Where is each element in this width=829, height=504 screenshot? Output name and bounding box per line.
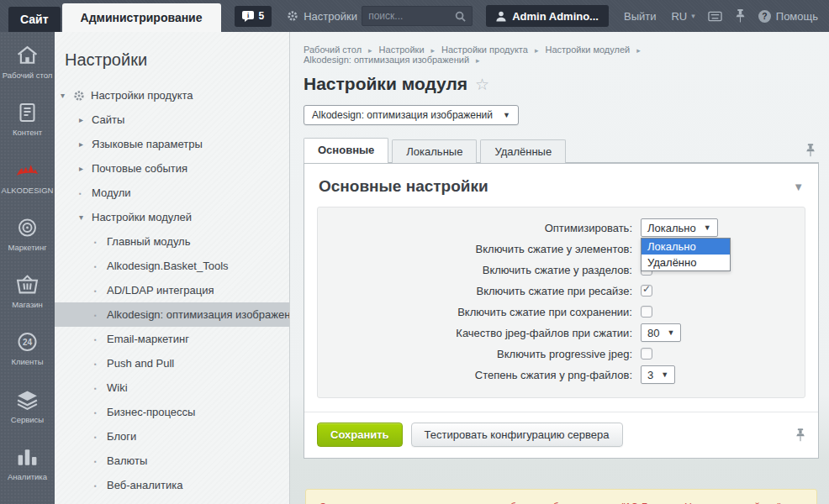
tree-marker-icon[interactable] xyxy=(79,139,92,149)
rail-item[interactable]: ALKODESIGN xyxy=(0,160,55,218)
field-select[interactable]: 80 ▼ xyxy=(641,323,681,342)
breadcrumb-link[interactable]: Рабочий стол xyxy=(304,45,379,55)
rail-item-label: Рабочий стол xyxy=(3,71,53,80)
tab-administration[interactable]: Администрирование xyxy=(62,3,221,32)
field-label: Степень сжатия у png-файлов: xyxy=(330,369,641,381)
tree-item[interactable]: AD/LDAP интеграция xyxy=(55,278,289,302)
save-button[interactable]: Сохранить xyxy=(317,423,403,447)
rail-item[interactable]: Магазин xyxy=(0,275,55,332)
test-server-config-button[interactable]: Тестировать конфигурацию сервера xyxy=(411,423,623,447)
rail-item[interactable]: Маркетинг xyxy=(0,218,55,275)
tab[interactable]: Локальные xyxy=(392,139,477,163)
svg-text:?: ? xyxy=(762,12,767,21)
language-selector[interactable]: RU ▾ xyxy=(671,10,694,23)
tree-marker-icon[interactable] xyxy=(79,213,92,222)
left-icon-rail: Рабочий стол Контент ALKODESIGN Маркетин… xyxy=(0,32,55,504)
rail-item[interactable]: Рабочий стол xyxy=(0,45,55,102)
tabs-pin-button[interactable] xyxy=(805,144,816,157)
breadcrumb-link[interactable]: Настройки модулей xyxy=(545,45,647,55)
language-label: RU xyxy=(671,10,687,23)
tree-item-label: Сайты xyxy=(92,113,124,126)
tree-marker-icon[interactable] xyxy=(94,384,107,392)
tree-item[interactable]: Настройки модулей xyxy=(55,205,289,229)
tree-marker-icon[interactable] xyxy=(94,433,107,441)
tree-item[interactable]: Веб-аналитика xyxy=(55,473,289,497)
field-select-value: 3 xyxy=(647,369,653,381)
form-row: Оптимизировать: Локально ▼ xyxy=(330,218,793,238)
collapse-section-icon[interactable]: ▼ xyxy=(793,181,804,193)
tree-item[interactable]: Email-маркетинг xyxy=(55,327,289,351)
field-label: Оптимизировать: xyxy=(330,222,641,234)
breadcrumb-link[interactable]: Alkodesign: оптимизация изображений xyxy=(304,55,487,65)
pin-icon xyxy=(735,9,746,23)
topbar-settings-button[interactable]: Настройки xyxy=(287,10,357,23)
tree-item[interactable]: Alkodesign: оптимизация изображений xyxy=(55,302,289,327)
tree-item[interactable]: Языковые параметры xyxy=(55,132,289,156)
tree-marker-icon[interactable] xyxy=(94,262,107,270)
tree-item[interactable]: Сайты xyxy=(55,108,289,132)
tree-item[interactable]: Alkodesign.Basket_Tools xyxy=(55,254,289,278)
rail-item-icon xyxy=(16,390,39,410)
dropdown-option[interactable]: Удалённо xyxy=(642,255,730,270)
tab-site[interactable]: Сайт xyxy=(8,7,61,32)
tree-item[interactable]: Почтовые события xyxy=(55,156,289,181)
help-icon: ? xyxy=(758,10,771,23)
tree-item[interactable]: Главный модуль xyxy=(55,229,289,254)
tree-marker-icon[interactable] xyxy=(94,408,107,417)
tree-item-label: AD/LDAP интеграция xyxy=(107,284,214,297)
dropdown-option[interactable]: Локально xyxy=(642,239,730,255)
breadcrumb-link[interactable]: Настройки продукта xyxy=(441,45,545,55)
tab[interactable]: Удалённые xyxy=(480,139,566,163)
tree-marker-icon[interactable] xyxy=(94,286,107,295)
help-button[interactable]: ? Помощь xyxy=(758,10,818,23)
tab[interactable]: Основные xyxy=(304,138,388,163)
tree-item[interactable]: Валюты xyxy=(55,449,289,473)
tree-marker-icon[interactable] xyxy=(94,360,107,368)
main-content: Рабочий стол Настройки Настройки продукт… xyxy=(290,32,829,504)
user-menu-button[interactable]: Admin Admino... xyxy=(486,5,609,27)
tree-marker-icon[interactable] xyxy=(94,335,107,344)
tree-marker-icon[interactable] xyxy=(94,481,107,490)
tree-marker-icon[interactable] xyxy=(61,91,73,100)
tree-item[interactable]: Бизнес-процессы xyxy=(55,400,289,424)
breadcrumb-link[interactable]: Настройки xyxy=(379,45,441,55)
tree-marker-icon[interactable] xyxy=(94,311,107,319)
field-select-value: 80 xyxy=(647,327,659,339)
tree-item[interactable]: Блоги xyxy=(55,424,289,449)
field-label: Включить progressive jpeg: xyxy=(330,348,641,360)
tree-item[interactable]: Push and Pull xyxy=(55,351,289,375)
topbar-pin-button[interactable] xyxy=(735,9,746,23)
rail-item-label: Контент xyxy=(13,128,42,137)
help-label: Помощь xyxy=(776,10,818,23)
tree-item[interactable]: Настройки продукта xyxy=(55,83,289,108)
tree-item[interactable]: Wiki xyxy=(55,375,289,400)
field-checkbox[interactable] xyxy=(641,285,652,297)
hotkeys-button[interactable] xyxy=(708,11,722,22)
field-select[interactable]: 3 ▼ xyxy=(641,365,675,384)
notifications-button[interactable]: i 5 xyxy=(235,6,272,27)
rail-item-label: Сервисы xyxy=(11,415,44,424)
rail-item[interactable]: Контент xyxy=(0,102,55,160)
tree-marker-icon[interactable] xyxy=(94,238,107,246)
module-select[interactable]: Alkodesign: оптимизация изображений ▼ xyxy=(304,105,519,125)
field-label: Качество jpeg-файлов при сжатии: xyxy=(330,327,641,339)
tree-marker-icon[interactable] xyxy=(79,189,92,197)
chevron-down-icon: ▾ xyxy=(691,12,695,20)
logout-link[interactable]: Выйти xyxy=(624,10,657,23)
tree-item[interactable]: Веб-кластер xyxy=(55,497,289,504)
tree-item[interactable]: Модули xyxy=(55,181,289,205)
rail-item[interactable]: Аналитика xyxy=(0,447,55,504)
field-select[interactable]: Локально ▼ xyxy=(641,218,718,237)
tree-marker-icon[interactable] xyxy=(94,457,107,465)
field-checkbox[interactable] xyxy=(641,348,652,360)
favorite-star-icon[interactable]: ☆ xyxy=(475,76,489,92)
field-checkbox[interactable] xyxy=(641,306,652,318)
tree-marker-icon[interactable] xyxy=(79,115,92,124)
search-icon[interactable] xyxy=(455,11,466,22)
footer-pin-button[interactable] xyxy=(795,428,805,442)
rail-item-icon xyxy=(16,160,39,181)
tree-marker-icon[interactable] xyxy=(79,164,92,173)
rail-item[interactable]: 24 Клиенты xyxy=(0,332,55,389)
search-input[interactable] xyxy=(368,10,451,22)
rail-item[interactable]: Сервисы xyxy=(0,390,55,447)
